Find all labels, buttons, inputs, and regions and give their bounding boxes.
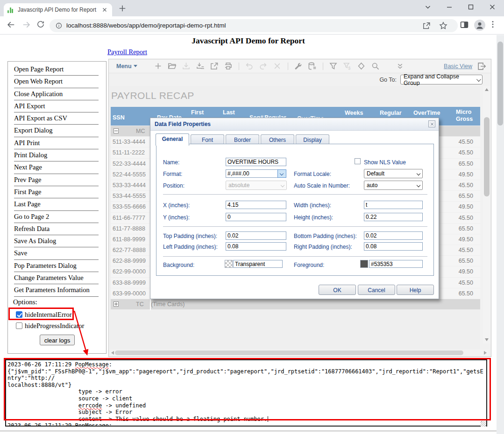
horizontal-scroll-thumb[interactable] xyxy=(115,350,463,355)
report-vertical-scrollbar[interactable] xyxy=(483,86,490,343)
more-icon[interactable] xyxy=(396,62,405,70)
sidebar-item[interactable]: Open Web Report xyxy=(14,76,99,88)
checkbox-label[interactable]: hideInternalError xyxy=(25,311,72,319)
goto-select[interactable]: Expand and Collapse Group xyxy=(400,75,483,84)
bottom-padding-field[interactable] xyxy=(364,231,423,240)
dialog-titlebar[interactable]: Data Field Properties xyxy=(150,118,439,131)
right-padding-field[interactable] xyxy=(364,242,423,251)
format-field[interactable] xyxy=(226,169,278,178)
exit-icon[interactable] xyxy=(477,62,486,71)
sidebar-item[interactable]: API Export xyxy=(14,100,99,112)
help-button[interactable]: Help xyxy=(397,285,434,295)
resize-handle-icon[interactable] xyxy=(481,421,486,427)
reload-icon[interactable] xyxy=(36,20,47,30)
sidebar-item[interactable]: Open Page Report xyxy=(14,63,99,76)
forward-icon[interactable] xyxy=(21,20,32,30)
hide-internal-error-checkbox[interactable] xyxy=(16,311,22,318)
scroll-right-icon[interactable] xyxy=(484,351,487,355)
tools-icon[interactable] xyxy=(294,62,303,70)
sidebar-item[interactable]: Close Application xyxy=(14,88,99,100)
dialog-tab[interactable]: General xyxy=(156,133,189,146)
sidebar-item[interactable]: Next Page xyxy=(14,161,99,174)
search-icon[interactable] xyxy=(371,62,380,70)
minimize-icon[interactable] xyxy=(439,0,460,14)
close-window-icon[interactable] xyxy=(482,0,503,14)
tab-close-icon[interactable] xyxy=(101,6,108,14)
sidebar-item[interactable]: Get Parameters Information xyxy=(14,284,99,296)
format-locale-select[interactable]: Default xyxy=(364,169,423,178)
sidebar-item[interactable]: Refresh Data xyxy=(14,223,99,235)
checkbox-label[interactable]: hideProgressIndicator xyxy=(25,322,84,330)
maximize-icon[interactable] xyxy=(460,0,482,14)
new-icon[interactable] xyxy=(154,62,163,70)
kebab-menu-icon[interactable] xyxy=(488,20,499,31)
background-field[interactable] xyxy=(233,260,283,268)
share-icon[interactable] xyxy=(422,21,431,30)
back-icon[interactable] xyxy=(7,20,17,30)
print-icon[interactable] xyxy=(224,62,233,70)
chevron-down-icon[interactable] xyxy=(417,0,439,14)
star-icon[interactable] xyxy=(439,21,447,30)
y-field[interactable] xyxy=(226,213,286,221)
foreground-field[interactable] xyxy=(369,260,423,268)
page-scroll-thumb[interactable] xyxy=(497,42,503,126)
sidebar-item[interactable]: API Export as CSV xyxy=(14,112,99,125)
cancel-button[interactable]: Cancel xyxy=(358,285,395,295)
sidebar-item[interactable]: Last Page xyxy=(14,198,99,210)
filter-money-icon[interactable] xyxy=(343,62,352,70)
sidebar-item[interactable]: API Print xyxy=(14,137,99,149)
sidebar-item[interactable]: Print Dialog xyxy=(14,149,99,161)
side-panel-icon[interactable] xyxy=(459,20,470,31)
payroll-report-link[interactable]: Payroll Report xyxy=(107,48,147,56)
clear-logs-button[interactable]: clear logs xyxy=(40,335,75,345)
info-icon[interactable] xyxy=(55,22,63,29)
sidebar-item[interactable]: Go to Page 2 xyxy=(14,211,99,223)
report-horizontal-scrollbar[interactable] xyxy=(109,350,489,356)
basic-view-link[interactable]: Basic View xyxy=(444,63,472,70)
width-field[interactable] xyxy=(364,201,423,209)
auto-scale-select[interactable]: auto xyxy=(364,181,423,190)
format-dropdown-button[interactable] xyxy=(277,169,286,178)
undo-icon[interactable] xyxy=(245,62,254,70)
collapse-icon[interactable] xyxy=(114,128,119,133)
expand-icon[interactable] xyxy=(114,301,119,307)
data-source-icon[interactable] xyxy=(308,62,317,70)
show-nls-checkbox[interactable] xyxy=(355,158,361,164)
log-textarea[interactable]: 2023-06-26 17:11:29 PopMessage: {"j$vm_p… xyxy=(5,359,487,427)
address-bar[interactable]: localhost:8888/webos/app/demo/jreportapi… xyxy=(50,19,458,32)
sidebar-item[interactable]: Change Parameters Value xyxy=(14,272,99,284)
save-icon[interactable] xyxy=(182,62,191,70)
sidebar-item[interactable]: Save xyxy=(14,247,99,259)
new-tab-button[interactable] xyxy=(118,4,129,15)
redo-icon[interactable] xyxy=(259,62,268,70)
avatar[interactable] xyxy=(474,20,485,31)
scroll-down-icon[interactable] xyxy=(485,338,489,341)
foreground-swatch[interactable] xyxy=(360,260,368,268)
highlight-icon[interactable] xyxy=(357,62,366,70)
filter-icon[interactable] xyxy=(329,62,338,70)
top-padding-field[interactable] xyxy=(226,231,286,240)
browser-tab[interactable]: Javascritp API Demo for Report xyxy=(4,3,112,16)
ok-button[interactable]: OK xyxy=(319,285,356,295)
dialog-close-icon[interactable] xyxy=(428,120,435,127)
x-field[interactable] xyxy=(226,201,286,209)
page-scrollbar[interactable] xyxy=(497,35,504,434)
show-nls-label[interactable]: Show NLS Value xyxy=(364,159,406,166)
save-as-icon[interactable] xyxy=(196,62,205,70)
height-field[interactable] xyxy=(364,213,423,221)
name-field[interactable] xyxy=(226,158,286,166)
sidebar-item[interactable]: Prev Page xyxy=(14,174,99,186)
vertical-scroll-thumb[interactable] xyxy=(484,117,490,196)
sidebar-item[interactable]: Save As Dialog xyxy=(14,235,99,247)
delete-icon[interactable] xyxy=(273,62,282,70)
background-swatch[interactable] xyxy=(225,260,233,268)
sidebar-item[interactable]: First Page xyxy=(14,186,99,198)
menu-button[interactable]: Menu xyxy=(116,63,137,70)
hide-progress-indicator-checkbox[interactable] xyxy=(16,322,22,329)
open-icon[interactable] xyxy=(168,62,177,70)
scroll-up-icon[interactable] xyxy=(485,88,489,91)
scroll-left-icon[interactable] xyxy=(111,351,114,355)
left-padding-field[interactable] xyxy=(226,242,286,251)
sidebar-item[interactable]: Pop Parameters Dialog xyxy=(14,260,99,272)
sidebar-item[interactable]: Export Dialog xyxy=(14,125,99,137)
